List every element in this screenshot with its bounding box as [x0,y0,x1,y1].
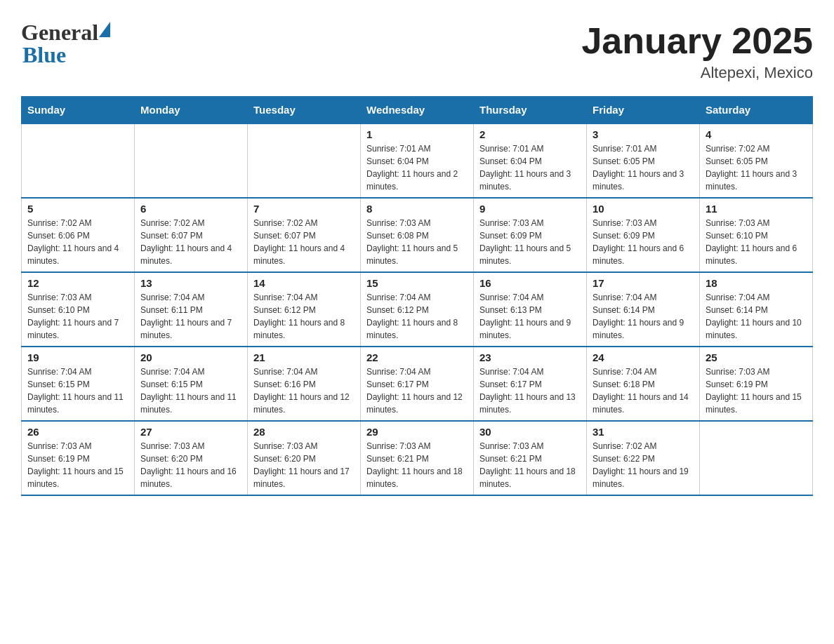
day-number: 19 [27,351,128,363]
logo-blue-text: Blue [21,42,66,68]
calendar-cell: 16Sunrise: 7:04 AMSunset: 6:13 PMDayligh… [474,272,587,347]
calendar-cell: 12Sunrise: 7:03 AMSunset: 6:10 PMDayligh… [22,272,135,347]
week-row-5: 26Sunrise: 7:03 AMSunset: 6:19 PMDayligh… [22,421,813,495]
calendar-cell: 14Sunrise: 7:04 AMSunset: 6:12 PMDayligh… [248,272,361,347]
calendar-cell [248,123,361,198]
calendar-cell: 27Sunrise: 7:03 AMSunset: 6:20 PMDayligh… [135,421,248,495]
day-number: 1 [366,128,468,140]
day-info: Sunrise: 7:03 AMSunset: 6:09 PMDaylight:… [479,217,581,267]
calendar-cell [700,421,813,495]
day-number: 17 [593,277,694,289]
day-number: 30 [479,426,581,438]
day-number: 2 [479,128,581,140]
page-header: General Blue January 2025 Altepexi, Mexi… [21,21,813,82]
day-number: 13 [140,277,241,289]
day-info: Sunrise: 7:03 AMSunset: 6:21 PMDaylight:… [366,440,468,490]
day-number: 8 [366,203,468,215]
calendar-cell [135,123,248,198]
calendar-cell: 6Sunrise: 7:02 AMSunset: 6:07 PMDaylight… [135,198,248,272]
day-info: Sunrise: 7:02 AMSunset: 6:05 PMDaylight:… [706,142,807,193]
day-number: 10 [593,203,694,215]
day-info: Sunrise: 7:04 AMSunset: 6:13 PMDaylight:… [479,291,581,342]
calendar-cell: 13Sunrise: 7:04 AMSunset: 6:11 PMDayligh… [135,272,248,347]
header-friday: Friday [587,97,700,124]
day-info: Sunrise: 7:03 AMSunset: 6:08 PMDaylight:… [366,217,468,267]
calendar-cell: 15Sunrise: 7:04 AMSunset: 6:12 PMDayligh… [361,272,474,347]
day-info: Sunrise: 7:02 AMSunset: 6:07 PMDaylight:… [253,217,355,267]
day-info: Sunrise: 7:04 AMSunset: 6:15 PMDaylight:… [27,365,128,416]
day-info: Sunrise: 7:01 AMSunset: 6:04 PMDaylight:… [479,142,581,193]
day-info: Sunrise: 7:02 AMSunset: 6:22 PMDaylight:… [593,440,694,490]
calendar-cell: 17Sunrise: 7:04 AMSunset: 6:14 PMDayligh… [587,272,700,347]
day-number: 15 [366,277,468,289]
day-info: Sunrise: 7:04 AMSunset: 6:12 PMDaylight:… [253,291,355,342]
calendar-cell: 9Sunrise: 7:03 AMSunset: 6:09 PMDaylight… [474,198,587,272]
day-info: Sunrise: 7:03 AMSunset: 6:10 PMDaylight:… [706,217,807,267]
day-number: 5 [27,203,128,215]
calendar-cell: 3Sunrise: 7:01 AMSunset: 6:05 PMDaylight… [587,123,700,198]
day-number: 6 [140,203,241,215]
calendar-cell: 31Sunrise: 7:02 AMSunset: 6:22 PMDayligh… [587,421,700,495]
day-number: 18 [706,277,807,289]
calendar-cell: 18Sunrise: 7:04 AMSunset: 6:14 PMDayligh… [700,272,813,347]
day-number: 22 [366,351,468,363]
day-info: Sunrise: 7:03 AMSunset: 6:19 PMDaylight:… [27,440,128,490]
day-number: 14 [253,277,355,289]
calendar-cell: 19Sunrise: 7:04 AMSunset: 6:15 PMDayligh… [22,347,135,421]
header-tuesday: Tuesday [248,97,361,124]
header-thursday: Thursday [474,97,587,124]
day-number: 11 [706,203,807,215]
calendar-cell [22,123,135,198]
day-number: 12 [27,277,128,289]
calendar-cell: 25Sunrise: 7:03 AMSunset: 6:19 PMDayligh… [700,347,813,421]
calendar-cell: 4Sunrise: 7:02 AMSunset: 6:05 PMDaylight… [700,123,813,198]
calendar-cell: 20Sunrise: 7:04 AMSunset: 6:15 PMDayligh… [135,347,248,421]
day-number: 25 [706,351,807,363]
day-info: Sunrise: 7:03 AMSunset: 6:10 PMDaylight:… [27,291,128,342]
header-monday: Monday [135,97,248,124]
day-info: Sunrise: 7:04 AMSunset: 6:17 PMDaylight:… [479,365,581,416]
day-info: Sunrise: 7:04 AMSunset: 6:15 PMDaylight:… [140,365,241,416]
title-section: January 2025 Altepexi, Mexico [581,21,813,82]
calendar-cell: 29Sunrise: 7:03 AMSunset: 6:21 PMDayligh… [361,421,474,495]
day-info: Sunrise: 7:01 AMSunset: 6:04 PMDaylight:… [366,142,468,193]
day-number: 24 [593,351,694,363]
calendar-cell: 2Sunrise: 7:01 AMSunset: 6:04 PMDaylight… [474,123,587,198]
day-number: 16 [479,277,581,289]
day-info: Sunrise: 7:02 AMSunset: 6:07 PMDaylight:… [140,217,241,267]
day-info: Sunrise: 7:02 AMSunset: 6:06 PMDaylight:… [27,217,128,267]
day-info: Sunrise: 7:04 AMSunset: 6:14 PMDaylight:… [706,291,807,342]
calendar-cell: 23Sunrise: 7:04 AMSunset: 6:17 PMDayligh… [474,347,587,421]
calendar-cell: 30Sunrise: 7:03 AMSunset: 6:21 PMDayligh… [474,421,587,495]
day-info: Sunrise: 7:04 AMSunset: 6:14 PMDaylight:… [593,291,694,342]
header-wednesday: Wednesday [361,97,474,124]
day-info: Sunrise: 7:04 AMSunset: 6:17 PMDaylight:… [366,365,468,416]
header-saturday: Saturday [700,97,813,124]
day-info: Sunrise: 7:03 AMSunset: 6:20 PMDaylight:… [140,440,241,490]
week-row-4: 19Sunrise: 7:04 AMSunset: 6:15 PMDayligh… [22,347,813,421]
day-number: 23 [479,351,581,363]
day-info: Sunrise: 7:03 AMSunset: 6:09 PMDaylight:… [593,217,694,267]
day-number: 20 [140,351,241,363]
day-number: 9 [479,203,581,215]
day-number: 27 [140,426,241,438]
calendar-title: January 2025 [581,21,813,61]
day-info: Sunrise: 7:04 AMSunset: 6:18 PMDaylight:… [593,365,694,416]
week-row-3: 12Sunrise: 7:03 AMSunset: 6:10 PMDayligh… [22,272,813,347]
calendar-cell: 22Sunrise: 7:04 AMSunset: 6:17 PMDayligh… [361,347,474,421]
calendar-cell: 11Sunrise: 7:03 AMSunset: 6:10 PMDayligh… [700,198,813,272]
calendar-cell: 21Sunrise: 7:04 AMSunset: 6:16 PMDayligh… [248,347,361,421]
week-row-2: 5Sunrise: 7:02 AMSunset: 6:06 PMDaylight… [22,198,813,272]
day-number: 28 [253,426,355,438]
day-info: Sunrise: 7:03 AMSunset: 6:20 PMDaylight:… [253,440,355,490]
day-info: Sunrise: 7:04 AMSunset: 6:11 PMDaylight:… [140,291,241,342]
logo-general-text: General [21,21,98,43]
logo-triangle-icon [99,22,110,37]
calendar-location: Altepexi, Mexico [581,64,813,82]
day-number: 31 [593,426,694,438]
calendar-table: SundayMondayTuesdayWednesdayThursdayFrid… [21,96,813,496]
calendar-cell: 1Sunrise: 7:01 AMSunset: 6:04 PMDaylight… [361,123,474,198]
day-info: Sunrise: 7:04 AMSunset: 6:12 PMDaylight:… [366,291,468,342]
calendar-cell: 28Sunrise: 7:03 AMSunset: 6:20 PMDayligh… [248,421,361,495]
header-sunday: Sunday [22,97,135,124]
